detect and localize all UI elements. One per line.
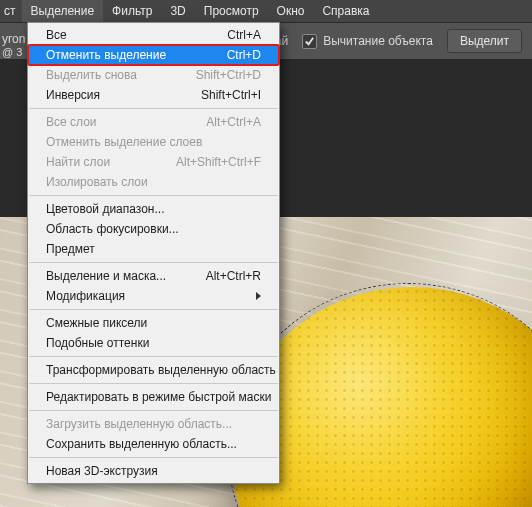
menu-separator	[29, 356, 278, 357]
menubar: ст ВыделениеФильтр3DПросмотрОкноСправка	[0, 0, 532, 23]
menu-item[interactable]: Предмет	[28, 239, 279, 259]
menu-item-label: Область фокусировки...	[46, 222, 261, 236]
menu-item-label: Смежные пиксели	[46, 316, 261, 330]
menu-item-label: Изолировать слои	[46, 175, 261, 189]
menu-item: Все слоиAlt+Ctrl+A	[28, 112, 279, 132]
menu-separator	[29, 383, 278, 384]
menu-separator	[29, 309, 278, 310]
menu-item[interactable]: Сохранить выделенную область...	[28, 434, 279, 454]
menu-item-label: Предмет	[46, 242, 261, 256]
menu-item-label: Все слои	[46, 115, 206, 129]
check-icon	[304, 36, 315, 47]
menubar-item-выделение[interactable]: Выделение	[22, 0, 104, 22]
menu-item-label: Подобные оттенки	[46, 336, 261, 350]
menu-item-label: Модификация	[46, 289, 250, 303]
menu-item-label: Трансформировать выделенную область	[46, 363, 276, 377]
menu-item: Выделить сноваShift+Ctrl+D	[28, 65, 279, 85]
selection-menu-dropdown: ВсеCtrl+AОтменить выделениеCtrl+DВыделит…	[27, 22, 280, 484]
menu-separator	[29, 195, 278, 196]
menu-item-label: Все	[46, 28, 227, 42]
menu-item-shortcut: Ctrl+D	[227, 48, 261, 62]
subtract-object-label: Вычитание объекта	[323, 34, 433, 48]
menu-item-shortcut: Shift+Ctrl+D	[196, 68, 261, 82]
menu-item[interactable]: Новая 3D-экструзия	[28, 461, 279, 481]
menu-separator	[29, 457, 278, 458]
menu-item-label: Отменить выделение слоев	[46, 135, 261, 149]
menu-item: Отменить выделение слоев	[28, 132, 279, 152]
menubar-item-просмотр[interactable]: Просмотр	[195, 0, 268, 22]
menu-item-shortcut: Alt+Ctrl+A	[206, 115, 261, 129]
menu-item[interactable]: Отменить выделениеCtrl+D	[28, 45, 279, 65]
menu-item[interactable]: Модификация	[28, 286, 279, 306]
menu-item: Загрузить выделенную область...	[28, 414, 279, 434]
menu-item: Найти слоиAlt+Shift+Ctrl+F	[28, 152, 279, 172]
menubar-item-3d[interactable]: 3D	[161, 0, 194, 22]
menu-item-label: Выделение и маска...	[46, 269, 206, 283]
menu-separator	[29, 262, 278, 263]
menu-item-label: Отменить выделение	[46, 48, 227, 62]
menubar-item-справка[interactable]: Справка	[313, 0, 378, 22]
menu-item[interactable]: Трансформировать выделенную область	[28, 360, 279, 380]
checkbox-box	[302, 34, 317, 49]
menubar-item-окно[interactable]: Окно	[268, 0, 314, 22]
menu-separator	[29, 410, 278, 411]
menu-item[interactable]: Цветовой диапазон...	[28, 199, 279, 219]
menu-item[interactable]: ВсеCtrl+A	[28, 25, 279, 45]
menu-item: Изолировать слои	[28, 172, 279, 192]
menu-item-label: Выделить снова	[46, 68, 196, 82]
menu-separator	[29, 108, 278, 109]
menu-item-shortcut: Ctrl+A	[227, 28, 261, 42]
subtract-object-checkbox[interactable]: Вычитание объекта	[302, 34, 433, 49]
menu-item[interactable]: Смежные пиксели	[28, 313, 279, 333]
menubar-left-fragment: ст	[0, 0, 22, 22]
menu-item[interactable]: Область фокусировки...	[28, 219, 279, 239]
menu-item-label: Загрузить выделенную область...	[46, 417, 261, 431]
menu-item-label: Инверсия	[46, 88, 201, 102]
menu-item-label: Сохранить выделенную область...	[46, 437, 261, 451]
menu-item-shortcut: Alt+Shift+Ctrl+F	[176, 155, 261, 169]
menu-item[interactable]: Выделение и маска...Alt+Ctrl+R	[28, 266, 279, 286]
menubar-item-фильтр[interactable]: Фильтр	[103, 0, 161, 22]
menu-item[interactable]: Подобные оттенки	[28, 333, 279, 353]
menu-item-label: Цветовой диапазон...	[46, 202, 261, 216]
select-subject-button[interactable]: Выделит	[447, 29, 522, 53]
menu-item-label: Новая 3D-экструзия	[46, 464, 261, 478]
menu-item-shortcut: Alt+Ctrl+R	[206, 269, 261, 283]
menu-item[interactable]: Редактировать в режиме быстрой маски	[28, 387, 279, 407]
menu-item[interactable]: ИнверсияShift+Ctrl+I	[28, 85, 279, 105]
options-left-frag-2: @ 3	[2, 46, 22, 58]
menu-item-shortcut: Shift+Ctrl+I	[201, 88, 261, 102]
menu-item-label: Редактировать в режиме быстрой маски	[46, 390, 271, 404]
options-left-frag-1: yron	[2, 32, 25, 46]
menu-item-label: Найти слои	[46, 155, 176, 169]
